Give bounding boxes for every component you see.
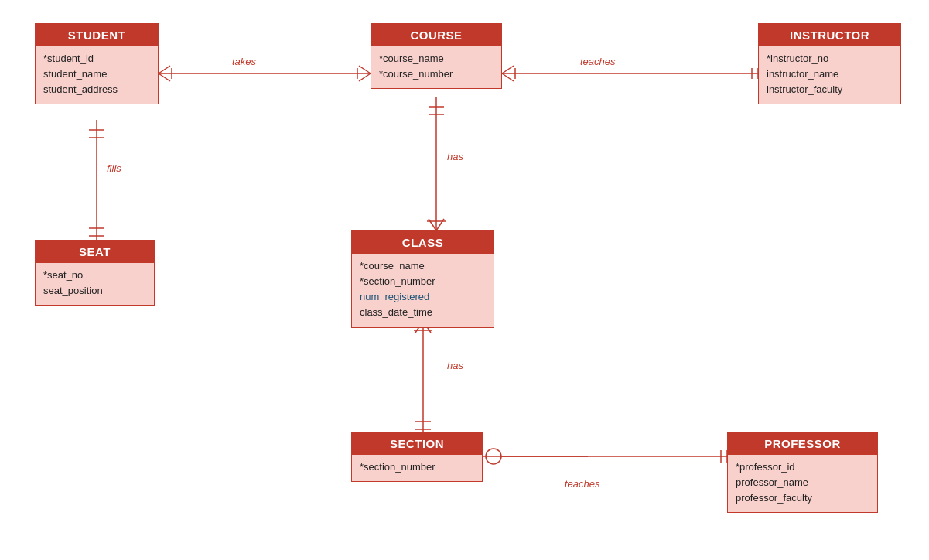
course-entity: COURSE *course_name *course_number	[371, 23, 502, 89]
teaches-instructor-label: teaches	[580, 56, 616, 67]
professor-header: PROFESSOR	[728, 432, 877, 455]
course-body: *course_name *course_number	[371, 46, 501, 88]
teaches-professor-label: teaches	[565, 478, 600, 490]
svg-line-5	[359, 66, 371, 73]
instructor-header: INSTRUCTOR	[759, 24, 900, 46]
class-field-1: *course_name	[360, 258, 486, 274]
class-entity: CLASS *course_name *section_number num_r…	[351, 230, 494, 328]
instructor-field-2: instructor_name	[767, 67, 893, 82]
course-field-1: *course_name	[379, 51, 494, 67]
seat-header: SEAT	[36, 241, 154, 263]
instructor-body: *instructor_no instructor_name instructo…	[759, 46, 900, 104]
seat-body: *seat_no seat_position	[36, 263, 154, 305]
svg-line-6	[359, 73, 371, 81]
student-header: STUDENT	[36, 24, 158, 46]
fills-label: fills	[107, 162, 121, 174]
svg-line-22	[429, 219, 436, 230]
class-header: CLASS	[352, 231, 494, 254]
instructor-entity: INSTRUCTOR *instructor_no instructor_nam…	[758, 23, 901, 104]
section-header: SECTION	[352, 432, 482, 455]
takes-label: takes	[232, 56, 256, 67]
professor-field-2: professor_name	[736, 475, 869, 490]
professor-entity: PROFESSOR *professor_id professor_name p…	[727, 432, 878, 513]
has-course-class-label: has	[447, 151, 463, 162]
instructor-field-1: *instructor_no	[767, 51, 893, 67]
section-field-1: *section_number	[360, 459, 474, 475]
class-field-2: *section_number	[360, 274, 486, 289]
svg-line-3	[159, 73, 170, 81]
professor-field-1: *professor_id	[736, 459, 869, 475]
course-header: COURSE	[371, 24, 501, 46]
seat-field-2: seat_position	[43, 283, 146, 299]
seat-field-1: *seat_no	[43, 268, 146, 283]
student-body: *student_id student_name student_address	[36, 46, 158, 104]
section-entity: SECTION *section_number	[351, 432, 483, 482]
class-field-4: class_date_time	[360, 305, 486, 320]
svg-line-9	[502, 66, 514, 73]
student-entity: STUDENT *student_id student_name student…	[35, 23, 159, 104]
has-class-section-label: has	[447, 360, 463, 371]
svg-line-23	[436, 219, 444, 230]
class-field-3: num_registered	[360, 289, 486, 305]
professor-field-3: professor_faculty	[736, 490, 869, 506]
svg-point-32	[486, 449, 501, 464]
diagram-container: takes teaches fills has has teaches STUD…	[0, 0, 929, 560]
class-body: *course_name *section_number num_registe…	[352, 254, 494, 327]
course-field-2: *course_number	[379, 67, 494, 82]
student-field-3: student_address	[43, 82, 150, 97]
svg-line-2	[159, 66, 170, 73]
student-field-1: *student_id	[43, 51, 150, 67]
professor-body: *professor_id professor_name professor_f…	[728, 455, 877, 512]
instructor-field-3: instructor_faculty	[767, 82, 893, 97]
seat-entity: SEAT *seat_no seat_position	[35, 240, 155, 306]
section-body: *section_number	[352, 455, 482, 481]
student-field-2: student_name	[43, 67, 150, 82]
svg-line-10	[502, 73, 514, 81]
